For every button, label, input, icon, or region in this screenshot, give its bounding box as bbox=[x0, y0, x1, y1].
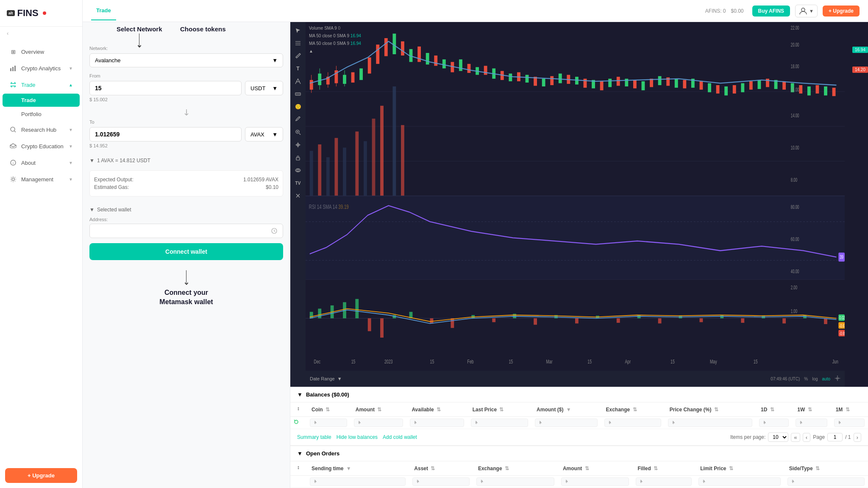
chart-tool-view[interactable] bbox=[293, 165, 303, 175]
1d-filter[interactable] bbox=[759, 419, 789, 427]
sidebar-item-overview[interactable]: ⊞ Overview bbox=[3, 44, 80, 60]
asset-filter[interactable] bbox=[412, 477, 470, 486]
sidebar-item-research-hub[interactable]: Research Hub ▼ bbox=[3, 122, 80, 138]
prev-page-btn[interactable]: ‹ bbox=[803, 433, 810, 442]
svg-rect-66 bbox=[550, 76, 554, 85]
chart-tool-delete[interactable] bbox=[293, 191, 303, 201]
svg-text:10.00: 10.00 bbox=[791, 145, 799, 150]
date-range-selector[interactable]: Date Range ▼ bbox=[310, 376, 342, 381]
sending-time-filter[interactable] bbox=[310, 477, 406, 486]
last-price-filter[interactable] bbox=[471, 419, 528, 427]
svg-text:Dec: Dec bbox=[314, 358, 321, 364]
hide-low-balances-link[interactable]: Hide low balances bbox=[337, 434, 378, 440]
swap-icon[interactable] bbox=[89, 108, 283, 118]
sidebar-item-trade[interactable]: Trade ▲ bbox=[3, 77, 80, 93]
chart-settings-icon[interactable] bbox=[835, 375, 840, 383]
address-input[interactable] bbox=[95, 228, 271, 234]
pagination: Items per page: 10 25 50 « ‹ Page / 1 › bbox=[730, 433, 861, 442]
network-select[interactable]: Avalanche ▼ bbox=[89, 53, 283, 67]
summary-table-link[interactable]: Summary table bbox=[297, 434, 331, 440]
back-btn[interactable]: ‹ bbox=[0, 27, 82, 40]
chart-tool-edit[interactable] bbox=[293, 114, 303, 125]
chart-timestamp: 07:49:46 (UTC) bbox=[771, 377, 800, 381]
limit-price-col: Limit Price ⇅ bbox=[695, 461, 784, 476]
chart-tool-text[interactable]: T bbox=[293, 64, 303, 74]
chart-tool-lines[interactable] bbox=[293, 38, 303, 48]
exchange-filter-2[interactable] bbox=[476, 477, 554, 486]
to-token-select[interactable]: AVAX ▼ bbox=[245, 127, 283, 141]
sidebar-item-label: About bbox=[21, 160, 64, 166]
balances-header[interactable]: ▼ Balances ($0.00) bbox=[290, 387, 868, 402]
amount-filter[interactable] bbox=[354, 419, 403, 427]
amount-col-header: Amount ⇅ bbox=[351, 402, 407, 417]
buy-afins-button[interactable]: Buy AFINS bbox=[752, 6, 790, 17]
amount-filter-2[interactable] bbox=[561, 477, 629, 486]
svg-rect-67 bbox=[559, 74, 562, 83]
sidebar-item-management[interactable]: Management ▼ bbox=[3, 171, 80, 187]
chart-tool-emoji[interactable]: 🙂 bbox=[293, 102, 303, 112]
upgrade-button[interactable]: + Upgrade bbox=[823, 6, 860, 17]
choose-tokens-annotation: Choose tokens bbox=[180, 25, 226, 33]
chart-expand-btn[interactable]: ▲ bbox=[309, 47, 361, 55]
chart-tool-indicator[interactable] bbox=[293, 140, 303, 150]
side-type-filter[interactable] bbox=[787, 477, 865, 486]
connect-wallet-button[interactable]: Connect wallet bbox=[89, 243, 283, 260]
sidebar-upgrade-button[interactable]: + Upgrade bbox=[5, 468, 77, 483]
svg-rect-77 bbox=[642, 81, 645, 90]
svg-rect-63 bbox=[526, 75, 529, 83]
tab-trade[interactable]: Trade bbox=[91, 1, 116, 20]
svg-rect-79 bbox=[658, 76, 662, 85]
first-page-btn[interactable]: « bbox=[791, 433, 800, 442]
svg-rect-14 bbox=[296, 158, 300, 160]
sidebar-item-crypto-analytics[interactable]: Crypto Analytics ▼ bbox=[3, 60, 80, 76]
chart-tool-measure[interactable] bbox=[293, 89, 303, 99]
chart-tool-tradingview[interactable]: TV bbox=[293, 178, 303, 188]
chart-tool-zoom[interactable] bbox=[293, 127, 303, 137]
page-input[interactable] bbox=[827, 433, 843, 441]
chart-tool-cursor[interactable] bbox=[293, 25, 303, 36]
limit-price-filter[interactable] bbox=[698, 477, 781, 486]
svg-rect-87 bbox=[724, 86, 728, 95]
expected-value: 1.012659 AVAX bbox=[243, 177, 278, 183]
exchange-filter[interactable] bbox=[604, 419, 661, 427]
svg-rect-2 bbox=[14, 66, 16, 71]
svg-rect-25 bbox=[343, 147, 346, 196]
sidebar-item-crypto-education[interactable]: Crypto Education ▼ bbox=[3, 138, 80, 154]
add-cold-wallet-link[interactable]: Add cold wallet bbox=[383, 434, 417, 440]
sidebar-item-label: Research Hub bbox=[21, 127, 64, 133]
sidebar-item-portfolio[interactable]: Portfolio bbox=[3, 108, 80, 121]
research-icon bbox=[9, 126, 17, 133]
from-amount-input[interactable] bbox=[89, 81, 242, 95]
1m-filter[interactable] bbox=[834, 419, 865, 427]
filled-filter[interactable] bbox=[636, 477, 692, 486]
next-page-btn[interactable]: › bbox=[854, 433, 861, 442]
svg-rect-103 bbox=[306, 196, 845, 280]
balances-filter-row bbox=[290, 417, 868, 429]
chart-tool-lock[interactable] bbox=[293, 152, 303, 163]
svg-rect-81 bbox=[675, 79, 678, 88]
sidebar-item-trade-sub[interactable]: Trade bbox=[3, 94, 80, 107]
chart-tool-pencil[interactable] bbox=[293, 51, 303, 61]
open-orders-header[interactable]: ▼ Open Orders bbox=[290, 446, 868, 461]
coin-filter[interactable] bbox=[310, 419, 347, 427]
logo-area: alt FINS bbox=[0, 0, 82, 27]
chart-auto-label[interactable]: auto bbox=[822, 377, 830, 381]
price-change-filter[interactable] bbox=[668, 419, 752, 427]
sidebar-item-about[interactable]: i About ▼ bbox=[3, 155, 80, 171]
1w-filter[interactable] bbox=[796, 419, 827, 427]
wallet-header[interactable]: ▼ Selected wallet bbox=[89, 207, 283, 213]
svg-rect-91 bbox=[758, 80, 761, 89]
items-per-page-select[interactable]: 10 25 50 bbox=[768, 433, 788, 442]
available-filter[interactable] bbox=[410, 419, 464, 427]
user-menu[interactable]: ▼ bbox=[795, 5, 818, 17]
from-token-select[interactable]: USDT ▼ bbox=[245, 81, 283, 95]
conversion-info[interactable]: ▼ 1 AVAX = 14.812 USDT bbox=[89, 154, 283, 167]
svg-rect-110 bbox=[306, 280, 845, 370]
chevron-icon: ▼ bbox=[272, 57, 278, 64]
chart-tool-pattern[interactable] bbox=[293, 76, 303, 86]
amount-usd-filter[interactable] bbox=[535, 419, 597, 427]
to-amount-input[interactable] bbox=[89, 127, 242, 141]
right-area: T 🙂 bbox=[290, 22, 868, 488]
svg-text:18.00: 18.00 bbox=[791, 64, 799, 69]
to-usd: $ 14.952 bbox=[89, 143, 283, 148]
